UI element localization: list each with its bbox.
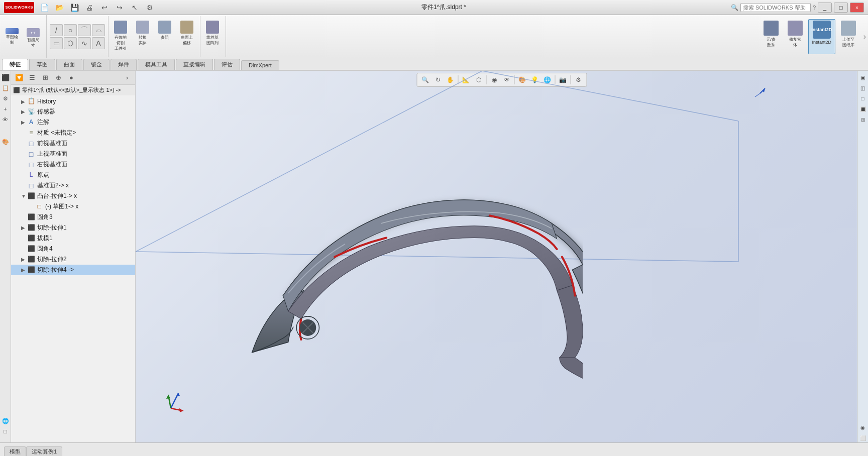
tree-item-fillet4[interactable]: ▶ ⬛ 圆角4 [11,244,135,254]
list-view-button[interactable]: ☰ [26,72,38,83]
print-button[interactable]: 🖨 [82,1,96,15]
vp-pan-button[interactable]: ✋ [445,74,457,85]
vp-section-button[interactable]: ⬡ [473,74,485,85]
sweep-button[interactable]: 参照 [155,19,175,54]
rp-button-5[interactable]: ⊞ [858,115,867,124]
rebuild-button[interactable]: ⚙ [143,1,157,15]
rp-button-4[interactable]: 🔳 [858,104,867,113]
instant2d-button[interactable]: Instant2D Instant2D [808,19,835,54]
spline-button[interactable]: ∿ [78,37,91,49]
rp-button-7[interactable]: ⬜ [858,433,867,442]
flat-view-button[interactable]: ⊞ [39,72,51,83]
tree-item-front-plane[interactable]: ▶ □ 前视基准面 [11,138,135,149]
tree-item-cut1[interactable]: ▶ ⬛ 切除-拉伸1 [11,222,135,233]
search-input[interactable] [740,3,811,12]
new-button[interactable]: 📄 [37,1,51,15]
tab-direct-edit[interactable]: 直接编辑 [176,59,213,70]
rp-button-1[interactable]: ▣ [858,73,867,82]
arc-button[interactable]: ⌒ [78,24,91,36]
tab-dimxpert[interactable]: DimXpert [241,60,279,70]
vp-lighting-button[interactable]: 💡 [529,74,541,85]
tree-item-sensor[interactable]: ▶ 📡 传感器 [11,106,135,117]
tree-item-right-plane[interactable]: ▶ □ 右视基准面 [11,159,135,170]
save-button[interactable]: 💾 [67,1,81,15]
tab-surface[interactable]: 曲面 [56,59,82,70]
tree-item-origin[interactable]: ▶ L 原点 [11,170,135,180]
vp-hide-button[interactable]: 👁 [501,74,513,85]
tree-item-material[interactable]: ▶ ≡ 材质 <未指定> [11,128,135,138]
extrude-button[interactable]: 有效的切割 工件引 [111,19,131,54]
tab-sketch[interactable]: 草图 [29,59,55,70]
pattern-button[interactable]: 线性草图阵列 [202,19,223,54]
redo-button[interactable]: ↪ [113,1,127,15]
dim-xpert-button[interactable]: + [1,104,10,113]
property-manager-button[interactable]: 📋 [1,83,10,92]
vp-view-button[interactable]: 📐 [460,74,472,85]
tree-item-cut2[interactable]: ▶ ⬛ 切除-拉伸2 [11,254,135,265]
open-button[interactable]: 📂 [52,1,66,15]
tab-features[interactable]: 特征 [2,59,28,70]
line-button[interactable]: / [50,24,63,36]
expand-boss1[interactable]: ▼ [21,193,27,199]
smart-dim-button[interactable]: ↔ 智能尺寸 [23,27,43,47]
rp-button-2[interactable]: ◫ [858,83,867,92]
curve-button[interactable]: 修复实体 [784,19,806,54]
undo-button[interactable]: ↩ [97,1,112,15]
loft-button[interactable]: 曲面上偏移 [177,19,197,54]
vp-display-button[interactable]: ◉ [488,74,500,85]
circle-button[interactable]: ○ [64,24,77,36]
rp-button-3[interactable]: □ [858,94,867,103]
tree-item-history[interactable]: ▶ 📋 History [11,96,135,106]
tree-item-top-plane[interactable]: ▶ □ 上视基准面 [11,149,135,159]
expand-cut4[interactable]: ▶ [21,267,27,273]
tree-item-plane2[interactable]: ▶ □ 基准面2-> x [11,180,135,191]
expand-panel-button[interactable]: › [121,72,133,83]
tree-item-draft1[interactable]: ▶ ⬛ 拔模1 [11,233,135,244]
expand-annotation[interactable]: ▶ [21,120,27,125]
close-button[interactable]: × [850,3,864,13]
maximize-button[interactable]: □ [834,3,848,13]
expand-history[interactable]: ▶ [21,99,27,104]
vp-settings-button[interactable]: ⚙ [573,74,585,85]
viewport[interactable]: 🔍 ↻ ✋ 📐 ⬡ ◉ 👁 🎨 💡 🌐 📷 ⚙ [136,71,868,442]
display-manager-button[interactable]: 👁 [1,115,10,124]
status-tab-model[interactable]: 模型 [4,446,26,456]
tree-item-annotation[interactable]: ▶ A 注解 [11,117,135,128]
appearance-button[interactable]: 🎨 [1,137,10,146]
expand-cut1[interactable]: ▶ [21,225,27,231]
tab-weldments[interactable]: 焊件 [111,59,137,70]
vp-zoom-button[interactable]: 🔍 [419,74,431,85]
decals-button[interactable]: □ [1,427,10,436]
vp-camera-button[interactable]: 📷 [557,74,569,85]
3dsketch-button[interactable]: 上传至图纸库 [837,19,859,54]
vp-scene-button[interactable]: 🌐 [541,74,554,85]
tab-mold-tools[interactable]: 模具工具 [138,59,175,70]
filter-button[interactable]: 🔽 [13,72,25,83]
sketch-button[interactable]: 草图绘制 [2,27,22,47]
rp-button-6[interactable]: ◉ [858,423,867,432]
toolbar-expand-button[interactable]: › [863,32,866,41]
expand-sensor[interactable]: ▶ [21,109,27,115]
config-manager-button[interactable]: ⚙ [1,94,10,103]
polygon-button[interactable]: ⬡ [64,37,77,49]
vp-rotate-button[interactable]: ↻ [432,74,444,85]
tags-button[interactable]: ⊕ [52,72,64,83]
vp-appearance-button[interactable]: 🎨 [516,74,528,85]
search-panel-button[interactable]: ● [65,72,77,83]
tree-root-item[interactable]: ⬛ 零件1^爪 (默认<<默认>_显示状态 1>) -> [11,85,135,95]
sketch-fillet-button[interactable]: ⌓ [92,24,105,36]
scene-button[interactable]: 🌐 [1,416,10,425]
rect-button[interactable]: ▭ [50,37,63,49]
minimize-button[interactable]: _ [818,3,832,13]
tree-item-boss1[interactable]: ▼ ⬛ 凸台-拉伸1-> x [11,191,135,201]
revolve-button[interactable]: 转换实体 [133,19,153,54]
ref-geometry-button[interactable]: 元/参数系 [760,19,782,54]
select-button[interactable]: ↖ [128,1,142,15]
text-button[interactable]: A [92,37,105,49]
tree-item-cut4[interactable]: ▶ ⬛ 切除-拉伸4 -> [11,265,135,275]
expand-cut2[interactable]: ▶ [21,257,27,262]
status-tab-motion[interactable]: 运动算例1 [26,446,62,456]
feature-manager-button[interactable]: ⬛ [1,73,10,82]
tree-item-fillet3[interactable]: ▶ ⬛ 圆角3 [11,212,135,222]
tab-evaluate[interactable]: 评估 [214,59,240,70]
